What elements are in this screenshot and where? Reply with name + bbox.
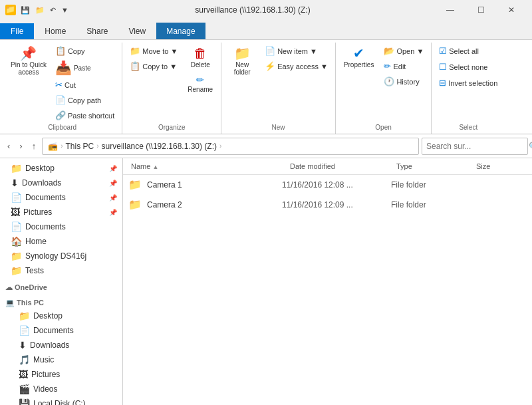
cut-button[interactable]: ✂ Cut (52, 78, 118, 92)
copy-to-icon: 📋 (130, 61, 140, 71)
history-button[interactable]: 🕐 History (380, 74, 427, 88)
file-type-camera1: File folder (391, 180, 471, 190)
main-content: 📁 Desktop 📌 ⬇ Downloads 📌 📄 Documents 📌 … (0, 158, 532, 405)
thispc-section: 💻 This PC (0, 293, 122, 309)
quick-access-toolbar: 💾 📁 ↶ ▼ (19, 5, 70, 16)
col-type[interactable]: Type (394, 161, 473, 172)
downloads-icon: ⬇ (11, 178, 19, 188)
new-folder-icon: 📁 (234, 47, 251, 60)
undo-qs-btn[interactable]: ↶ (48, 5, 58, 16)
rename-button[interactable]: ✏ Rename (184, 72, 217, 96)
file-row-camera1[interactable]: 📁 Camera 1 11/16/2016 12:08 ... File fol… (123, 175, 532, 195)
path-segment-thispc[interactable]: This PC (66, 142, 94, 151)
downloads2-icon: ⬇ (19, 340, 27, 350)
sidebar-item-documents2[interactable]: 📄 Documents (0, 219, 122, 234)
select-label: Select (436, 122, 501, 134)
qs-dropdown-btn[interactable]: ▼ (59, 5, 70, 16)
invert-selection-button[interactable]: ⊟ Invert selection (436, 76, 501, 90)
search-input[interactable] (426, 142, 526, 151)
open-label: Open (340, 122, 427, 134)
col-size[interactable]: Size (473, 161, 527, 172)
back-button[interactable]: ‹ (4, 139, 13, 153)
onedrive-section: ☁ OneDrive (0, 278, 122, 293)
tab-file[interactable]: File (0, 23, 34, 39)
copy-path-button[interactable]: 📄 Copy path (52, 93, 118, 107)
title-bar-left: 📁 💾 📁 ↶ ▼ (5, 5, 70, 16)
file-area: Name ▲ Date modified Type Size 📁 Camera … (123, 158, 532, 405)
new-item-button[interactable]: 📄 New item ▼ (261, 44, 331, 58)
sidebar-item-desktop2[interactable]: 📁 Desktop (0, 309, 122, 323)
save-qs-btn[interactable]: 💾 (19, 5, 32, 16)
edit-icon: ✏ (384, 61, 391, 71)
clipboard-group: 📌 Pin to Quickaccess 📋 Copy 📥 Paste ✂ Cu… (3, 43, 122, 134)
documents-icon: 📄 (11, 192, 22, 203)
sidebar-item-pictures[interactable]: 🖼 Pictures 📌 (0, 205, 122, 219)
col-name[interactable]: Name ▲ (128, 161, 287, 172)
select-all-button[interactable]: ☑ Select all (436, 44, 501, 58)
file-list-header: Name ▲ Date modified Type Size (123, 158, 532, 175)
tests-icon: 📁 (11, 265, 22, 276)
sidebar-item-tests[interactable]: 📁 Tests (0, 263, 122, 278)
paste-shortcut-button[interactable]: 🔗 Paste shortcut (52, 108, 118, 122)
path-segment-drive[interactable]: surveillance (\\192.168.1.30) (Z:) (102, 142, 217, 151)
sidebar-item-downloads2[interactable]: ⬇ Downloads (0, 338, 122, 352)
new-content: 📁 Newfolder 📄 New item ▼ ⚡ Easy access ▼ (225, 43, 331, 122)
sidebar-item-pictures2[interactable]: 🖼 Pictures (0, 367, 122, 382)
sidebar-item-videos[interactable]: 🎬 Videos (0, 382, 122, 396)
history-icon: 🕐 (384, 76, 394, 86)
sidebar-item-documents3[interactable]: 📄 Documents (0, 323, 122, 338)
organize-label: Organize (126, 122, 217, 134)
tab-share[interactable]: Share (76, 23, 118, 39)
open-icon: 📂 (384, 46, 394, 56)
sidebar-item-documents[interactable]: 📄 Documents 📌 (0, 190, 122, 205)
up-button[interactable]: ↑ (29, 139, 40, 153)
minimize-button[interactable]: — (435, 0, 466, 20)
window-icon: 📁 (5, 5, 16, 15)
folder-qs-btn[interactable]: 📁 (33, 5, 47, 16)
maximize-button[interactable]: ☐ (466, 0, 496, 20)
sidebar-item-desktop[interactable]: 📁 Desktop 📌 (0, 161, 122, 176)
address-path[interactable]: 📻 › This PC › surveillance (\\192.168.1.… (42, 138, 419, 155)
home-icon: 🏠 (11, 236, 22, 247)
move-to-button[interactable]: 📁 Move to ▼ (126, 44, 181, 58)
select-group: ☑ Select all ☐ Select none ⊟ Invert sele… (432, 43, 505, 134)
clipboard-content: 📌 Pin to Quickaccess 📋 Copy 📥 Paste ✂ Cu… (7, 43, 118, 122)
sidebar-item-downloads[interactable]: ⬇ Downloads 📌 (0, 176, 122, 190)
delete-button[interactable]: 🗑 Delete (184, 44, 217, 71)
properties-button[interactable]: ✔ Properties (340, 44, 378, 71)
sidebar-item-synology[interactable]: 📁 Synology DS416j (0, 249, 122, 263)
desktop-icon: 📁 (11, 163, 22, 174)
easy-access-button[interactable]: ⚡ Easy access ▼ (261, 59, 331, 73)
folder-icon-camera2: 📁 (128, 198, 142, 211)
file-name-camera1: Camera 1 (147, 180, 279, 190)
sidebar-item-music[interactable]: 🎵 Music (0, 352, 122, 367)
col-date[interactable]: Date modified (287, 161, 394, 172)
copy-to-button[interactable]: 📋 Copy to ▼ (126, 59, 181, 73)
pin-quick-access-button[interactable]: 📌 Pin to Quickaccess (7, 44, 51, 78)
path-segment-computer[interactable]: 📻 (48, 142, 58, 151)
select-none-icon: ☐ (439, 62, 447, 72)
documents3-icon: 📄 (19, 325, 30, 336)
paste-button[interactable]: 📥 Paste (52, 59, 118, 76)
file-row-camera2[interactable]: 📁 Camera 2 11/16/2016 12:09 ... File fol… (123, 195, 532, 215)
select-none-button[interactable]: ☐ Select none (436, 60, 501, 74)
new-folder-button[interactable]: 📁 Newfolder (225, 44, 259, 78)
delete-icon: 🗑 (194, 47, 207, 60)
desktop2-icon: 📁 (19, 311, 30, 321)
sidebar-item-localc[interactable]: 💾 Local Disk (C:) (0, 396, 122, 405)
forward-button[interactable]: › (16, 139, 25, 153)
copy-path-icon: 📄 (55, 95, 66, 105)
edit-button[interactable]: ✏ Edit (380, 59, 427, 73)
open-button[interactable]: 📂 Open ▼ (380, 44, 427, 58)
open-content: ✔ Properties 📂 Open ▼ ✏ Edit 🕐 History (340, 43, 427, 122)
rename-icon: ✏ (196, 75, 204, 84)
close-button[interactable]: ✕ (496, 0, 527, 20)
localc-icon: 💾 (19, 398, 30, 405)
pin-icon-desktop: 📌 (109, 165, 117, 172)
new-group: 📁 Newfolder 📄 New item ▼ ⚡ Easy access ▼… (221, 43, 336, 134)
sidebar-item-home[interactable]: 🏠 Home (0, 234, 122, 249)
tab-view[interactable]: View (118, 23, 156, 39)
tab-manage[interactable]: Manage (156, 23, 205, 39)
tab-home[interactable]: Home (35, 23, 76, 39)
copy-button[interactable]: 📋 Copy (52, 44, 118, 58)
